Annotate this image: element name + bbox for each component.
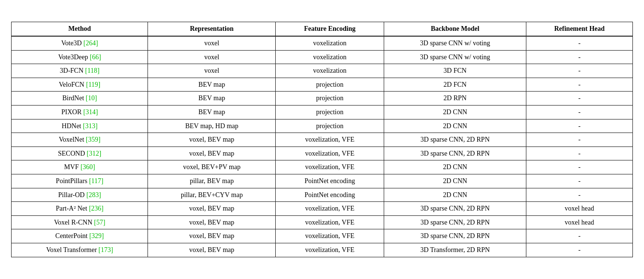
cell-representation: voxel [148, 50, 276, 64]
cell-feature-encoding: voxelization [276, 64, 384, 78]
cell-representation: voxel [148, 64, 276, 78]
method-name: Vote3D [61, 40, 83, 47]
cell-refinement-head: - [526, 119, 633, 133]
method-ref: [264] [83, 40, 98, 47]
cell-method: MVF [360] [12, 160, 148, 174]
cell-refinement-head: - [526, 78, 633, 92]
cell-feature-encoding: voxelization, VFE [276, 215, 384, 229]
table-row: SECOND [312]voxel, BEV mapvoxelization, … [12, 146, 633, 160]
cell-feature-encoding: projection [276, 106, 384, 120]
cell-refinement-head: - [526, 174, 633, 188]
cell-backbone-model: 3D sparse CNN, 2D RPN [384, 133, 526, 147]
header-method: Method [12, 22, 148, 36]
cell-representation: voxel, BEV map [148, 146, 276, 160]
table-row: Part-A² Net [236]voxel, BEV mapvoxelizat… [12, 202, 633, 216]
cell-representation: BEV map [148, 92, 276, 106]
cell-method: PIXOR [314] [12, 106, 148, 120]
cell-method: Voxel R-CNN [57] [12, 215, 148, 229]
method-ref: [312] [87, 150, 101, 157]
table-row: Voxel R-CNN [57]voxel, BEV mapvoxelizati… [12, 215, 633, 229]
cell-feature-encoding: PointNet encoding [276, 174, 384, 188]
method-name: PIXOR [61, 108, 83, 116]
cell-representation: pillar, BEV map [148, 174, 276, 188]
cell-representation: voxel, BEV map [148, 215, 276, 229]
method-name: PointPillars [56, 177, 89, 185]
header-refinement-head: Refinement Head [526, 22, 633, 36]
cell-method: Vote3D [264] [12, 36, 148, 50]
cell-feature-encoding: voxelization, VFE [276, 146, 384, 160]
cell-backbone-model: 3D Transformer, 2D RPN [384, 243, 526, 257]
header-row: Method Representation Feature Encoding B… [12, 22, 633, 36]
cell-representation: voxel [148, 36, 276, 50]
cell-representation: voxel, BEV map [148, 243, 276, 257]
cell-method: VeloFCN [119] [12, 78, 148, 92]
cell-feature-encoding: voxelization [276, 36, 384, 50]
cell-feature-encoding: voxelization, VFE [276, 243, 384, 257]
cell-representation: BEV map, HD map [148, 119, 276, 133]
method-name: MVF [64, 163, 80, 171]
method-name: Vote3Deep [58, 53, 90, 61]
method-ref: [117] [89, 177, 104, 185]
header-backbone-model: Backbone Model [384, 22, 526, 36]
cell-method: 3D-FCN [118] [12, 64, 148, 78]
cell-feature-encoding: voxelization, VFE [276, 229, 384, 243]
method-name: Voxel Transformer [46, 246, 99, 253]
method-name: SECOND [58, 150, 87, 157]
table-row: MVF [360]voxel, BEV+PV mapvoxelization, … [12, 160, 633, 174]
table-row: Pillar-OD [283]pillar, BEV+CYV mapPointN… [12, 188, 633, 202]
cell-backbone-model: 2D RPN [384, 92, 526, 106]
cell-feature-encoding: PointNet encoding [276, 188, 384, 202]
cell-feature-encoding: projection [276, 78, 384, 92]
cell-feature-encoding: voxelization, VFE [276, 133, 384, 147]
cell-method: SECOND [312] [12, 146, 148, 160]
table-row: VeloFCN [119]BEV mapprojection2D FCN- [12, 78, 633, 92]
cell-refinement-head: voxel head [526, 215, 633, 229]
method-name: CenterPoint [55, 232, 89, 239]
cell-representation: voxel, BEV map [148, 133, 276, 147]
cell-method: BirdNet [10] [12, 92, 148, 106]
cell-refinement-head: - [526, 229, 633, 243]
cell-feature-encoding: voxelization, VFE [276, 160, 384, 174]
comparison-table: Method Representation Feature Encoding B… [11, 22, 633, 257]
table-row: Vote3Deep [66]voxelvoxelization3D sparse… [12, 50, 633, 64]
method-ref: [359] [86, 136, 100, 143]
cell-backbone-model: 2D CNN [384, 174, 526, 188]
cell-representation: BEV map [148, 106, 276, 120]
method-name: Pillar-OD [58, 191, 86, 199]
method-ref: [173] [98, 246, 113, 253]
cell-feature-encoding: voxelization, VFE [276, 202, 384, 216]
cell-backbone-model: 3D sparse CNN, 2D RPN [384, 146, 526, 160]
cell-refinement-head: - [526, 50, 633, 64]
cell-refinement-head: - [526, 106, 633, 120]
cell-backbone-model: 3D sparse CNN w/ voting [384, 50, 526, 64]
cell-refinement-head: - [526, 160, 633, 174]
cell-method: Part-A² Net [236] [12, 202, 148, 216]
method-ref: [360] [80, 163, 95, 171]
cell-backbone-model: 2D CNN [384, 106, 526, 120]
table-wrapper: Method Representation Feature Encoding B… [11, 22, 633, 257]
cell-backbone-model: 2D CNN [384, 188, 526, 202]
cell-backbone-model: 2D CNN [384, 160, 526, 174]
cell-representation: BEV map [148, 78, 276, 92]
method-ref: [314] [83, 108, 98, 116]
table-row: VoxelNet [359]voxel, BEV mapvoxelization… [12, 133, 633, 147]
cell-backbone-model: 3D sparse CNN, 2D RPN [384, 202, 526, 216]
method-ref: [118] [85, 67, 100, 74]
cell-representation: voxel, BEV map [148, 202, 276, 216]
cell-refinement-head: voxel head [526, 202, 633, 216]
cell-method: HDNet [313] [12, 119, 148, 133]
cell-representation: voxel, BEV+PV map [148, 160, 276, 174]
cell-backbone-model: 2D CNN [384, 119, 526, 133]
cell-method: Pillar-OD [283] [12, 188, 148, 202]
cell-backbone-model: 3D sparse CNN, 2D RPN [384, 229, 526, 243]
cell-backbone-model: 3D sparse CNN w/ voting [384, 36, 526, 50]
method-ref: [283] [86, 191, 101, 199]
cell-refinement-head: - [526, 64, 633, 78]
method-name: Voxel R-CNN [54, 219, 94, 226]
cell-representation: pillar, BEV+CYV map [148, 188, 276, 202]
method-ref: [329] [89, 232, 104, 239]
cell-refinement-head: - [526, 36, 633, 50]
method-name: VoxelNet [59, 136, 86, 143]
table-row: PointPillars [117]pillar, BEV mapPointNe… [12, 174, 633, 188]
cell-feature-encoding: voxelization [276, 50, 384, 64]
